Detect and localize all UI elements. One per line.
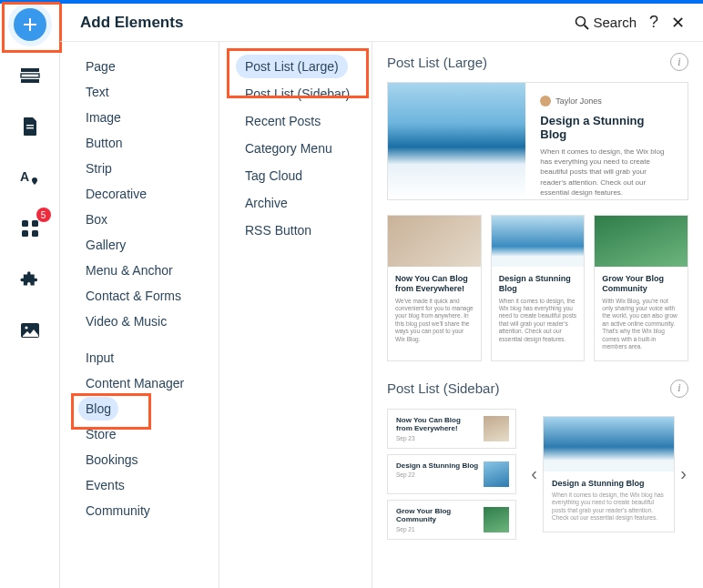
close-button[interactable]: ✕ — [671, 13, 685, 33]
preview-image — [484, 461, 509, 487]
pages-tool[interactable] — [13, 109, 47, 144]
category-blog[interactable]: Blog — [78, 397, 118, 421]
author-name: Taylor Jones — [555, 96, 602, 106]
add-elements-button[interactable] — [13, 7, 47, 42]
category-store[interactable]: Store — [78, 422, 123, 446]
svg-point-12 — [576, 16, 586, 25]
card-body: With Wix Blog, you're not only sharing y… — [602, 298, 680, 351]
section-title: Post List (Sidebar) — [387, 380, 499, 396]
subcat-category-menu[interactable]: Category Menu — [236, 137, 341, 160]
category-content-manager[interactable]: Content Manager — [78, 371, 191, 395]
card-body: When it comes to design, the Wix blog ha… — [499, 298, 577, 344]
card-title: Grow Your Blog Community — [396, 507, 478, 524]
theme-tool[interactable]: A — [13, 160, 47, 195]
category-community[interactable]: Community — [78, 499, 158, 522]
preview-image — [595, 216, 688, 267]
category-strip[interactable]: Strip — [78, 157, 119, 180]
avatar — [540, 96, 551, 106]
svg-point-11 — [25, 326, 27, 329]
svg-rect-8 — [22, 230, 28, 237]
category-image[interactable]: Image — [78, 106, 128, 129]
category-bookings[interactable]: Bookings — [78, 448, 146, 471]
page-icon — [22, 117, 38, 137]
svg-rect-6 — [22, 220, 28, 227]
category-page[interactable]: Page — [78, 55, 123, 78]
card-title: Design a Stunning Blog — [540, 114, 673, 141]
subcat-tag-cloud[interactable]: Tag Cloud — [236, 164, 311, 188]
preview-tri-card[interactable]: Grow Your Blog Community With Wix Blog, … — [594, 215, 688, 361]
category-menu-anchor[interactable]: Menu & Anchor — [78, 259, 180, 282]
media-icon — [20, 322, 40, 339]
card-title: Now You Can Blog from Everywhere! — [396, 416, 478, 433]
card-body: When it comes to design, the Wix blog ha… — [540, 147, 673, 198]
categories-list: Page Text Image Button Strip Decorative … — [60, 42, 219, 588]
category-input[interactable]: Input — [78, 346, 121, 370]
category-video-music[interactable]: Video & Music — [78, 309, 174, 333]
section-icon — [20, 67, 40, 84]
carousel-prev[interactable]: ‹ — [529, 463, 539, 484]
card-title: Now You Can Blog from Everywhere! — [395, 274, 474, 294]
category-events[interactable]: Events — [78, 473, 132, 497]
subcat-recent-posts[interactable]: Recent Posts — [236, 109, 330, 133]
section-tool[interactable] — [13, 58, 47, 93]
carousel-next[interactable]: › — [678, 463, 688, 484]
category-gallery[interactable]: Gallery — [78, 233, 133, 257]
subcat-post-list-sidebar[interactable]: Post List (Sidebar) — [236, 82, 359, 106]
preview-image — [484, 507, 509, 532]
card-body: When it comes to design, the Wix blog ha… — [552, 492, 666, 522]
subcat-archive[interactable]: Archive — [236, 191, 297, 215]
svg-rect-0 — [21, 68, 39, 72]
category-text[interactable]: Text — [78, 80, 117, 104]
list-item: Design a Stunning Blog Sep 22 — [387, 454, 516, 494]
preview-image — [388, 83, 525, 199]
svg-rect-2 — [21, 79, 39, 83]
search-label: Search — [593, 15, 637, 30]
editor-toolbar: A 5 — [0, 0, 60, 588]
svg-rect-1 — [21, 74, 39, 77]
carousel-card: Design a Stunning Blog When it comes to … — [543, 416, 675, 532]
preview-side-list[interactable]: Now You Can Blog from Everywhere! Sep 23… — [387, 409, 516, 540]
list-item: Now You Can Blog from Everywhere! Sep 23 — [387, 409, 516, 449]
theme-icon: A — [20, 168, 40, 187]
panel-header: Add Elements Search ? ✕ — [60, 0, 703, 42]
subcategories-list: Post List (Large) Post List (Sidebar) Re… — [219, 42, 372, 588]
info-icon[interactable]: i — [670, 380, 688, 398]
card-title: Design a Stunning Blog — [552, 479, 666, 488]
category-decorative[interactable]: Decorative — [78, 182, 154, 206]
panel-title: Add Elements — [80, 14, 183, 32]
category-button[interactable]: Button — [78, 131, 129, 155]
svg-rect-3 — [26, 125, 34, 126]
apps-icon — [21, 219, 39, 238]
preview-tri-card[interactable]: Now You Can Blog from Everywhere! We've … — [387, 215, 482, 361]
svg-text:A: A — [20, 169, 29, 184]
category-box[interactable]: Box — [78, 208, 115, 231]
apps-badge: 5 — [36, 208, 51, 222]
preview-big-card[interactable]: Taylor Jones Design a Stunning Blog When… — [387, 82, 688, 200]
svg-rect-7 — [32, 220, 38, 227]
preview-tri-card[interactable]: Design a Stunning Blog When it comes to … — [491, 215, 586, 361]
preview-carousel[interactable]: ‹ Design a Stunning Blog When it comes t… — [529, 416, 688, 532]
preview-panel: Post List (Large) i Taylor Jones Design … — [372, 42, 703, 588]
list-item: Grow Your Blog Community Sep 21 — [387, 500, 516, 540]
plugins-tool[interactable] — [13, 262, 47, 297]
preview-image — [484, 416, 509, 441]
card-date: Sep 23 — [396, 435, 478, 441]
category-contact-forms[interactable]: Contact & Forms — [78, 284, 188, 308]
search-icon — [575, 15, 589, 30]
svg-rect-4 — [26, 127, 34, 128]
card-date: Sep 21 — [396, 526, 478, 532]
subcat-rss-button[interactable]: RSS Button — [236, 218, 321, 242]
apps-tool[interactable]: 5 — [13, 211, 47, 246]
card-body: We've made it quick and convenient for y… — [395, 298, 474, 344]
preview-image — [544, 417, 674, 471]
preview-image — [492, 216, 585, 267]
card-title: Design a Stunning Blog — [396, 461, 478, 471]
search-button[interactable]: Search — [575, 15, 637, 30]
help-button[interactable]: ? — [649, 13, 658, 32]
author: Taylor Jones — [540, 96, 673, 106]
card-title: Design a Stunning Blog — [499, 274, 577, 294]
media-tool[interactable] — [13, 313, 47, 348]
info-icon[interactable]: i — [670, 53, 688, 71]
subcat-post-list-large[interactable]: Post List (Large) — [236, 55, 348, 78]
svg-line-13 — [585, 25, 589, 29]
